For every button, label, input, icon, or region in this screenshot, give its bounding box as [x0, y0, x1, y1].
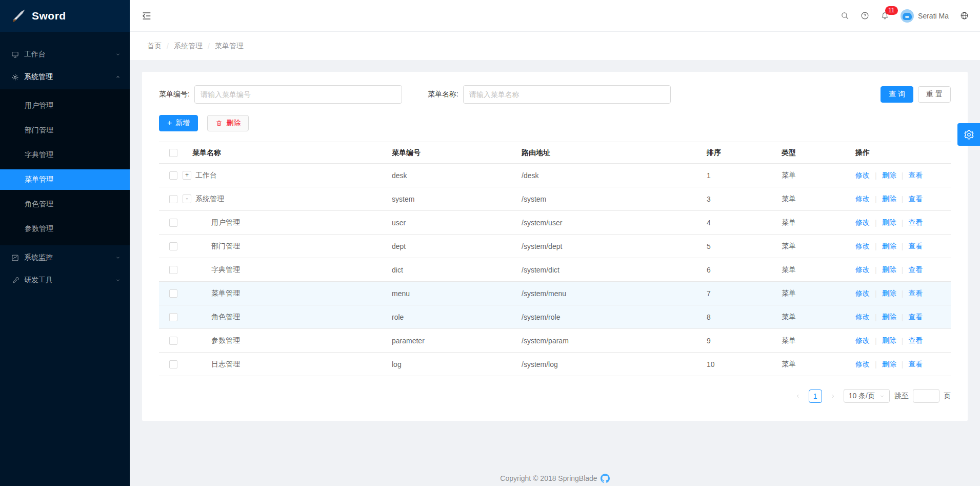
menu-name: 用户管理 [211, 218, 240, 227]
sidebar-item-devtools[interactable]: 研发工具 [0, 270, 130, 290]
sidebar-subitem-dept[interactable]: 部门管理 [0, 120, 130, 141]
action-0[interactable]: 修改 [855, 171, 870, 180]
search-icon[interactable] [841, 11, 849, 20]
jump-page-input[interactable] [913, 389, 939, 403]
table-row: 日志管理 log /system/log 10 菜单 修改|删除|查看 [159, 353, 951, 376]
search-button[interactable]: 查 询 [881, 86, 913, 103]
action-2[interactable]: 查看 [908, 265, 923, 275]
action-2[interactable]: 查看 [908, 218, 923, 227]
logo[interactable]: Sword [0, 0, 130, 32]
tree-expander[interactable]: - [183, 195, 191, 203]
menu-name-label: 菜单名称: [428, 90, 458, 99]
row-checkbox[interactable] [169, 242, 177, 250]
desktop-icon [11, 51, 19, 59]
action-0[interactable]: 修改 [855, 265, 870, 275]
action-separator: | [875, 171, 877, 180]
menu-code: parameter [377, 337, 507, 345]
menu-name-input[interactable] [463, 85, 671, 104]
delete-button[interactable]: 删除 [207, 115, 249, 131]
sidebar-item-workbench[interactable]: 工作台 [0, 44, 130, 65]
copyright-text: Copyright © 2018 SpringBlade [500, 474, 597, 482]
action-1[interactable]: 删除 [882, 242, 896, 251]
action-2[interactable]: 查看 [908, 313, 923, 322]
row-checkbox[interactable] [169, 289, 177, 298]
select-all-checkbox[interactable] [169, 149, 177, 157]
sidebar-subitem-user[interactable]: 用户管理 [0, 95, 130, 116]
action-2[interactable]: 查看 [908, 195, 923, 204]
settings-drawer-toggle[interactable] [957, 123, 980, 146]
notifications-button[interactable]: 11 [881, 11, 889, 20]
action-1[interactable]: 删除 [882, 195, 896, 204]
action-1[interactable]: 删除 [882, 313, 896, 322]
chevron-up-icon [115, 74, 121, 80]
row-checkbox[interactable] [169, 313, 177, 321]
action-0[interactable]: 修改 [855, 218, 870, 227]
action-2[interactable]: 查看 [908, 336, 923, 345]
main-area: 11 Serati Ma 首页 / 系统管理 / 菜单管理 菜单编号: 菜单名称… [130, 0, 980, 486]
menu-route: /system [507, 195, 692, 203]
reset-button[interactable]: 重 置 [918, 86, 951, 103]
action-0[interactable]: 修改 [855, 313, 870, 322]
action-0[interactable]: 修改 [855, 195, 870, 204]
menu-code-input[interactable] [194, 85, 402, 104]
action-1[interactable]: 删除 [882, 218, 896, 227]
breadcrumb-system[interactable]: 系统管理 [174, 42, 203, 51]
action-0[interactable]: 修改 [855, 289, 870, 298]
menu-route: /system/dict [507, 266, 692, 274]
sidebar-subitem-param[interactable]: 参数管理 [0, 219, 130, 239]
tree-expander[interactable]: + [183, 171, 191, 180]
action-2[interactable]: 查看 [908, 171, 923, 180]
action-2[interactable]: 查看 [908, 289, 923, 298]
row-checkbox[interactable] [169, 171, 177, 180]
menu-route: /system/dept [507, 242, 692, 250]
column-header: 操作 [841, 148, 951, 158]
action-0[interactable]: 修改 [855, 360, 870, 369]
breadcrumb-home[interactable]: 首页 [147, 42, 162, 51]
row-actions: 修改|删除|查看 [841, 360, 951, 369]
sidebar-subitem-dict[interactable]: 字典管理 [0, 145, 130, 165]
menu-sort: 3 [692, 195, 767, 203]
menu-fold-icon[interactable] [141, 10, 152, 22]
action-1[interactable]: 删除 [882, 171, 896, 180]
page-size-select[interactable]: 10 条/页 [844, 389, 890, 403]
menu-sort: 4 [692, 219, 767, 227]
sidebar-item-label: 系统监控 [24, 253, 115, 262]
sidebar-subitem-menu[interactable]: 菜单管理 [0, 169, 130, 190]
menu-name: 字典管理 [211, 265, 240, 275]
sidebar-subitem-label: 角色管理 [25, 200, 53, 209]
cell-name: 用户管理 [183, 218, 377, 227]
action-0[interactable]: 修改 [855, 242, 870, 251]
row-actions: 修改|删除|查看 [841, 171, 951, 180]
action-1[interactable]: 删除 [882, 336, 896, 345]
globe-icon[interactable] [960, 11, 969, 20]
github-icon[interactable] [601, 474, 610, 483]
sidebar-subitem-role[interactable]: 角色管理 [0, 194, 130, 215]
app-title: Sword [32, 10, 66, 22]
menu-code-label: 菜单编号: [159, 90, 190, 99]
action-2[interactable]: 查看 [908, 242, 923, 251]
row-checkbox[interactable] [169, 219, 177, 227]
prev-page-button[interactable] [792, 390, 804, 403]
row-checkbox[interactable] [169, 266, 177, 274]
cell-name: - 系统管理 [183, 195, 377, 204]
chevron-down-icon [879, 394, 885, 399]
row-checkbox[interactable] [169, 360, 177, 368]
sidebar-item-system[interactable]: 系统管理 [0, 67, 130, 87]
add-button-label: 新增 [175, 119, 190, 128]
action-1[interactable]: 删除 [882, 265, 896, 275]
action-1[interactable]: 删除 [882, 289, 896, 298]
question-circle-icon[interactable] [861, 11, 869, 20]
action-1[interactable]: 删除 [882, 360, 896, 369]
user-menu[interactable]: Serati Ma [901, 9, 949, 23]
add-button[interactable]: +新增 [159, 115, 198, 131]
menu-route: /desk [507, 171, 692, 180]
row-checkbox[interactable] [169, 195, 177, 203]
action-0[interactable]: 修改 [855, 336, 870, 345]
page-number-button[interactable]: 1 [809, 390, 822, 403]
next-page-button[interactable] [827, 390, 839, 403]
menu-sort: 8 [692, 313, 767, 321]
action-2[interactable]: 查看 [908, 360, 923, 369]
action-separator: | [875, 219, 877, 227]
row-checkbox[interactable] [169, 337, 177, 345]
sidebar-item-monitor[interactable]: 系统监控 [0, 247, 130, 268]
